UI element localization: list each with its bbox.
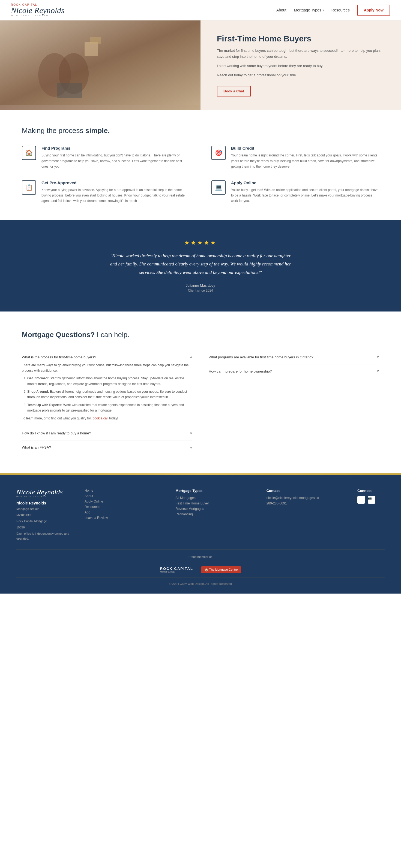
process-icon-1: 🎯 xyxy=(211,146,226,160)
process-icon-3: 💻 xyxy=(211,180,226,194)
nav-links: About Mortgage Types ▾ Resources Apply N… xyxy=(276,5,390,16)
faq-answer-0: There are many ways to go about buying y… xyxy=(22,363,192,421)
faq-left-item-1: How do I know if I am ready to buy a hom… xyxy=(22,426,192,440)
footer-contact-title: Contact xyxy=(266,489,349,493)
footer-logo-script: Nicole Reynolds xyxy=(17,489,76,496)
footer-connect-col: Connect f 📷 xyxy=(357,489,384,541)
footer-mortgage-2[interactable]: Reverse Mortgages xyxy=(175,507,258,511)
footer-nav-about[interactable]: About xyxy=(85,494,167,498)
testimonial-since: Client since 2024 xyxy=(33,289,368,292)
hero-couple-photo xyxy=(0,21,200,110)
hero-photo-svg xyxy=(0,21,200,105)
process-desc-1: Your dream home is right around the corn… xyxy=(231,153,379,169)
footer-mortgage-col: Mortgage TypesAll MortgagesFirst Time Ho… xyxy=(175,489,258,541)
rock-brand-name: ROCK CAPITAL xyxy=(160,566,193,571)
footer-mortgage-1[interactable]: First Time Home Buyer xyxy=(175,501,258,505)
footer-detail-title: Mortgage Broker xyxy=(17,506,76,512)
faq-left-col: What is the process for first-time home … xyxy=(22,350,192,455)
footer-detail-code: 10056 xyxy=(17,525,76,530)
footer: Nicole Reynolds MORTGAGE • BROKER Nicole… xyxy=(0,475,401,594)
faq-right-col: What programs are available for first ti… xyxy=(209,350,379,455)
faq-left-item-0: What is the process for first-time home … xyxy=(22,350,192,426)
logo-script: Nicole Reynolds xyxy=(11,6,64,14)
tmc-brand: 🏠 The Mortgage Centre xyxy=(201,566,241,573)
faq-right-question-0[interactable]: What programs are available for first ti… xyxy=(209,355,379,359)
svg-rect-5 xyxy=(57,83,82,98)
footer-nav-leave-a-review[interactable]: Leave a Review xyxy=(85,516,167,520)
footer-mortgage-title: Mortgage Types xyxy=(175,489,258,493)
footer-phone: 289-288-0091 xyxy=(266,501,349,505)
nav-about[interactable]: About xyxy=(276,8,286,12)
footer-detail-note: Each office is independently owned and o… xyxy=(17,531,76,541)
footer-mortgage-3[interactable]: Refinancing xyxy=(175,513,258,516)
rock-brand-sub: MORTGAGE xyxy=(160,571,193,573)
logo: ROCK CAPITAL Nicole Reynolds MORTGAGE • … xyxy=(11,3,64,17)
instagram-icon[interactable]: 📷 xyxy=(368,496,375,504)
process-title-2: Get Pre-Approved xyxy=(41,180,190,185)
footer-email[interactable]: nicole@nicolereynoldsmortgages.ca xyxy=(266,496,349,500)
footer-connect-title: Connect xyxy=(357,489,384,493)
logo-sub: MORTGAGE • BROKER xyxy=(11,14,49,17)
footer-nav-col: HomeAboutApply OnlineResourcesAppLeave a… xyxy=(85,489,167,541)
process-text-0: Find Programs Buying your first home can… xyxy=(41,146,190,169)
svg-rect-0 xyxy=(0,21,200,105)
footer-nav-app[interactable]: App xyxy=(85,510,167,514)
footer-name: Nicole Reynolds xyxy=(17,501,76,505)
footer-proud: Proud member of: xyxy=(17,555,384,558)
faq-left-item-2: What is an FHSA? ∨ xyxy=(22,440,192,454)
footer-nav-home[interactable]: Home xyxy=(85,489,167,492)
hero-desc-3: Reach out today to get a professional on… xyxy=(217,72,384,78)
process-desc-3: You're busy, I get that! With an online … xyxy=(231,187,379,204)
process-title-3: Apply Online xyxy=(231,180,379,185)
testimonial-quote: "Nicole worked tirelessly to help the dr… xyxy=(108,252,293,277)
facebook-icon[interactable]: f xyxy=(357,496,365,504)
process-text-1: Build Credit Your dream home is right ar… xyxy=(231,146,379,169)
process-section: Making the process simple. 🏠 Find Progra… xyxy=(0,110,401,220)
faq-book-call-link[interactable]: book a call xyxy=(92,416,108,420)
nav-resources[interactable]: Resources xyxy=(332,8,350,12)
testimonial-author: Julianne Maslabey xyxy=(33,283,368,287)
faq-right-chevron-0: ∨ xyxy=(377,355,379,359)
process-text-2: Get Pre-Approved Know your buying power … xyxy=(41,180,190,204)
nav-mortgage-types[interactable]: Mortgage Types ▾ xyxy=(294,8,324,12)
faq-grid: What is the process for first-time home … xyxy=(22,350,379,455)
faq-question-0[interactable]: What is the process for first-time home … xyxy=(22,355,192,359)
apply-now-button[interactable]: Apply Now xyxy=(357,5,390,16)
footer-nav-resources[interactable]: Resources xyxy=(85,505,167,509)
chevron-down-icon: ▾ xyxy=(322,9,324,12)
faq-right-item-1: How can I prepare for home ownership? ∨ xyxy=(209,364,379,378)
process-title: Making the process simple. xyxy=(22,126,379,135)
process-text-3: Apply Online You're busy, I get that! Wi… xyxy=(231,180,379,204)
faq-right-question-1[interactable]: How can I prepare for home ownership? ∨ xyxy=(209,369,379,373)
testimonial-section: ★★★★★ "Nicole worked tirelessly to help … xyxy=(0,220,401,311)
footer-detail-id: M21001309 xyxy=(17,513,76,518)
faq-right-chevron-1: ∨ xyxy=(377,369,379,373)
process-title-0: Find Programs xyxy=(41,146,190,150)
footer-contact-col: Contact nicole@nicolereynoldsmortgages.c… xyxy=(266,489,349,541)
book-chat-button[interactable]: Book a Chat xyxy=(217,86,251,96)
process-item-1: 🎯 Build Credit Your dream home is right … xyxy=(211,146,379,169)
footer-grid: Nicole Reynolds MORTGAGE • BROKER Nicole… xyxy=(17,489,384,541)
hero-section: First-Time Home Buyers The market for fi… xyxy=(0,21,401,110)
faq-chevron-1: ∨ xyxy=(190,431,192,435)
process-title-1: Build Credit xyxy=(231,146,379,150)
footer-detail-company: Rock Capital Mortgage xyxy=(17,519,76,524)
hero-desc-1: The market for first time buyers can be … xyxy=(217,48,384,60)
faq-right-item-0: What programs are available for first ti… xyxy=(209,350,379,364)
stars-rating: ★★★★★ xyxy=(33,239,368,246)
footer-brand-col: Nicole Reynolds MORTGAGE • BROKER Nicole… xyxy=(17,489,76,541)
footer-mortgage-0[interactable]: All Mortgages xyxy=(175,496,258,500)
faq-question-1[interactable]: How do I know if I am ready to buy a hom… xyxy=(22,431,192,435)
footer-nav-apply-online[interactable]: Apply Online xyxy=(85,500,167,503)
svg-rect-4 xyxy=(90,37,101,43)
social-icons: f 📷 xyxy=(357,496,384,505)
process-item-3: 💻 Apply Online You're busy, I get that! … xyxy=(211,180,379,204)
process-grid: 🏠 Find Programs Buying your first home c… xyxy=(22,146,379,204)
svg-rect-3 xyxy=(85,42,98,56)
rock-capital-brand: ROCK CAPITAL MORTGAGE xyxy=(160,566,193,573)
faq-question-2[interactable]: What is an FHSA? ∨ xyxy=(22,445,192,450)
footer-logo-sub: MORTGAGE • BROKER xyxy=(17,496,76,498)
process-item-0: 🏠 Find Programs Buying your first home c… xyxy=(22,146,190,169)
hero-title: First-Time Home Buyers xyxy=(217,34,384,43)
footer-brands: ROCK CAPITAL MORTGAGE 🏠 The Mortgage Cen… xyxy=(17,562,384,578)
